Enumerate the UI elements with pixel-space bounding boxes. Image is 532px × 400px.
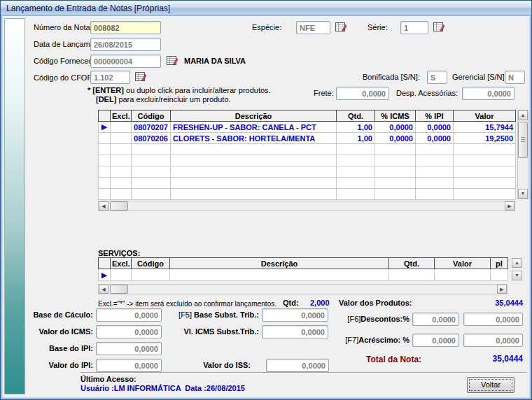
qtd-total-label: Qtd: xyxy=(283,299,299,308)
codigo-cfop-input[interactable]: 1.102 xyxy=(90,71,130,84)
acrescimo-label: [F7]Acréscimo: % xyxy=(329,336,410,345)
products-header-row: Excl. Código Descrição Qtd. % ICMS % IPI… xyxy=(99,110,516,122)
table-row-empty[interactable] xyxy=(99,155,516,166)
col-excl: Excl. xyxy=(111,110,132,122)
table-row-empty[interactable] xyxy=(99,144,516,155)
marker-header-cell xyxy=(99,258,111,269)
valor-produtos-label: Valor dos Produtos: xyxy=(339,299,412,308)
fornecedor-nome-text: MARIA DA SILVA xyxy=(184,57,246,66)
vscroll-thumb[interactable] xyxy=(518,122,528,158)
app-window: Lançamento de Entrada de Notas [Próprias… xyxy=(0,0,532,400)
col-partial: pl xyxy=(491,258,508,269)
col-qtd: Qtd. xyxy=(389,258,435,269)
table-row-empty[interactable] xyxy=(99,189,516,200)
products-hscrollbar[interactable]: ◀ ▶ xyxy=(98,201,515,211)
base-subst-label: [F5] Base Subst. Trib.: xyxy=(140,310,259,320)
lookup-icon[interactable] xyxy=(135,71,147,82)
base-subst-input[interactable]: 0,0000 xyxy=(262,308,328,322)
acrescimo-pct-input[interactable]: 0,0000 xyxy=(412,334,459,347)
total-nota-label: Total da Nota: xyxy=(366,355,421,364)
scroll-right-icon[interactable]: ▶ xyxy=(497,285,507,294)
excl-note: Excl.="*" -> item será excluído ao confi… xyxy=(98,299,276,308)
table-row[interactable]: ▶ 08070207 FRESHEN-UP - SABOR: CANELA - … xyxy=(99,122,516,133)
table-row[interactable]: 08070206 CLORETS - SABOR: HORTELA/MENTA … xyxy=(99,133,516,144)
scroll-left-icon[interactable]: ◀ xyxy=(99,285,108,294)
col-excl: Excl. xyxy=(111,258,132,269)
desp-acessorias-input[interactable]: 0,0000 xyxy=(462,87,514,100)
scroll-left-icon[interactable]: ◀ xyxy=(99,201,108,210)
sidebar-accent-strip xyxy=(4,18,25,394)
scroll-up-icon[interactable]: ▲ xyxy=(518,110,528,120)
servicos-header-row: Excl. Código Descrição Qtd. Valor pl xyxy=(99,258,508,269)
data-lancamento-input[interactable]: 26/08/2015 xyxy=(90,38,161,51)
del-key-hint: [DEL] xyxy=(96,95,116,103)
valor-produtos-value: 35,0444 xyxy=(462,299,523,308)
hscroll-thumb[interactable] xyxy=(110,201,128,210)
qtd-total-value: 2,000 xyxy=(310,299,330,308)
base-ipi-label: Base do IPI: xyxy=(14,344,93,353)
gerencial-label: Gerencial [S/N]: xyxy=(452,73,507,82)
scroll-up-icon[interactable]: ▲ xyxy=(512,258,522,268)
row-marker: ▶ xyxy=(99,269,111,281)
serie-label: Série: xyxy=(368,23,388,32)
window-title: Lançamento de Entrada de Notas [Próprias… xyxy=(6,3,170,13)
hscroll-thumb[interactable] xyxy=(110,285,128,294)
scroll-down-icon[interactable]: ▼ xyxy=(512,271,522,280)
total-nota-value: 35,0444 xyxy=(462,355,523,364)
codigo-fornecedor-input[interactable]: 000000004 xyxy=(90,55,161,68)
bonificada-label: Bonificada [S/N]: xyxy=(363,73,420,82)
vl-icms-subst-label: Vl. ICMS Subst.Trib.: xyxy=(140,327,259,336)
valor-icms-label: Valor do ICMS: xyxy=(14,327,93,336)
col-ipi: % IPI xyxy=(416,110,454,122)
valor-iss-label: Valor do ISS: xyxy=(140,361,251,370)
table-row-empty[interactable]: ▶ xyxy=(99,269,508,281)
descontos-valor-input[interactable]: 0,0000 xyxy=(463,313,523,326)
especie-label: Espécie: xyxy=(252,23,281,32)
col-descricao: Descrição xyxy=(171,110,337,122)
descontos-pct-input[interactable]: 0,0000 xyxy=(412,313,459,326)
table-row-empty[interactable] xyxy=(99,178,516,189)
footer-divider xyxy=(80,372,527,373)
col-valor: Valor xyxy=(454,110,516,122)
scroll-right-icon[interactable]: ▶ xyxy=(505,201,514,210)
valor-iss-input[interactable]: 0,0000 xyxy=(266,359,329,372)
col-qtd: Qtd. xyxy=(337,110,375,122)
lookup-icon[interactable] xyxy=(433,22,445,32)
desp-acessorias-label: Desp. Acessórias: xyxy=(396,89,458,98)
instruction-line-2: [DEL] para excluir/reincluir um produto. xyxy=(96,95,231,104)
base-ipi-input[interactable]: 0,0000 xyxy=(96,342,162,355)
col-valor: Valor xyxy=(435,258,491,269)
numero-nota-label: Número da Nota: xyxy=(34,23,92,32)
col-codigo: Código xyxy=(132,110,171,122)
ultimo-acesso-label: Último Acesso: xyxy=(80,375,136,384)
scroll-down-icon[interactable]: ▼ xyxy=(518,189,528,199)
products-vscrollbar[interactable]: ▲ ▼ xyxy=(517,110,528,199)
serie-input[interactable]: 1 xyxy=(400,21,428,34)
lookup-icon[interactable] xyxy=(167,55,178,66)
voltar-button[interactable]: Voltar xyxy=(467,377,514,393)
vl-icms-subst-input[interactable]: 0,0000 xyxy=(262,325,328,338)
enter-key-hint: * [ENTER] xyxy=(88,86,124,94)
col-codigo: Código xyxy=(132,258,170,269)
titlebar[interactable]: Lançamento de Entrada de Notas [Próprias… xyxy=(1,1,531,16)
servicos-table: Excl. Código Descrição Qtd. Valor pl ▶ xyxy=(98,257,508,281)
frete-input[interactable]: 0,0000 xyxy=(336,87,389,100)
frete-label: Frete: xyxy=(314,89,334,98)
acrescimo-valor-input[interactable]: 0,0000 xyxy=(463,334,523,347)
codigo-cfop-label: Código do CFOP : xyxy=(34,73,97,83)
row-marker: ▶ xyxy=(99,122,111,133)
numero-nota-input[interactable]: 008082 xyxy=(90,21,161,34)
marker-header-cell xyxy=(99,110,111,122)
col-descricao: Descrição xyxy=(170,258,389,269)
lookup-icon[interactable] xyxy=(335,22,347,32)
gerencial-input[interactable]: N xyxy=(505,71,525,84)
valor-ipi-label: Valor do IPI: xyxy=(14,361,93,370)
servicos-hscrollbar[interactable]: ◀ ▶ xyxy=(98,284,507,294)
col-icms: % ICMS xyxy=(375,110,416,122)
table-row-empty[interactable] xyxy=(99,166,516,178)
especie-input[interactable]: NFE xyxy=(296,21,330,34)
products-table: Excl. Código Descrição Qtd. % ICMS % IPI… xyxy=(98,110,516,200)
bonificada-input[interactable]: S xyxy=(427,71,447,84)
instruction-line-1: * [ENTER] ou duplo click para incluir/al… xyxy=(88,86,271,95)
descontos-label: [F6]Descontos:% xyxy=(329,315,410,324)
